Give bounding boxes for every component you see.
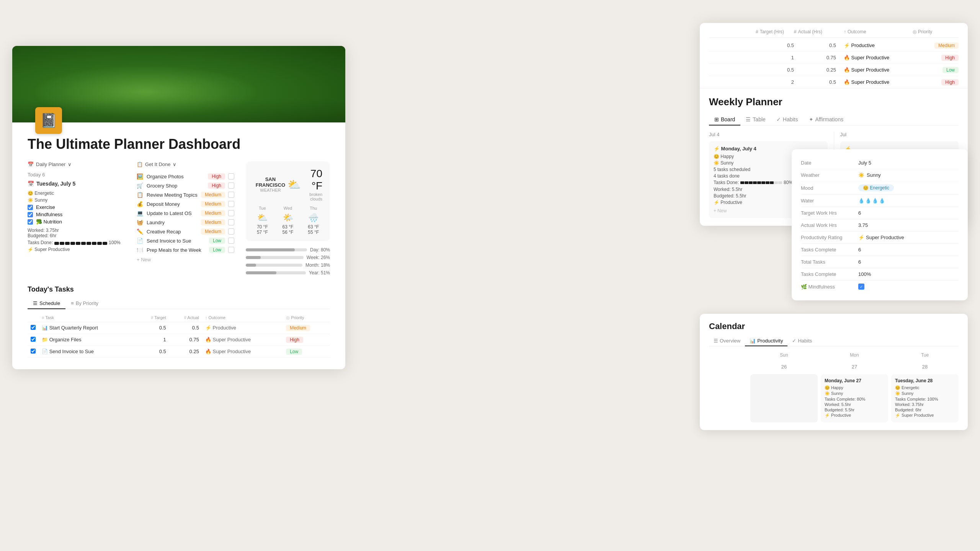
tab-table[interactable]: ☰ Table — [740, 114, 771, 126]
weather-row: ☀️ Sunny — [28, 197, 125, 203]
tab-by-priority[interactable]: ≡ By Priority — [65, 298, 104, 309]
nutrition-checkbox[interactable] — [28, 219, 33, 225]
detail-actual-work-label: Actual Work Hrs — [801, 222, 858, 228]
list-item[interactable]: 🍽️ Prep Meals for the Week Low — [137, 245, 234, 254]
add-new-task[interactable]: + New — [137, 257, 234, 262]
calendar-card: Calendar ☰ Overview 📊 Productivity ✓ Hab… — [700, 314, 968, 430]
progress-section: Day: 80% Week: 26% Month: 18% Year: — [246, 247, 330, 276]
table-row: 1 0.75 🔥 Super Productive High — [709, 52, 959, 64]
tab-habits-cal[interactable]: ✓ Habits — [787, 336, 817, 346]
row3-target: 0.5 — [136, 346, 169, 357]
task-checkbox-3[interactable] — [228, 192, 234, 198]
row1-check[interactable] — [31, 325, 36, 330]
detail-date-row: Date July 5 — [801, 157, 959, 169]
list-item[interactable]: 📋 Review Meeting Topics Medium — [137, 190, 234, 199]
row3-check[interactable] — [31, 349, 36, 354]
affirmations-icon: ✦ — [809, 116, 813, 122]
weather-day-thu: Thu 🌧️ 63 °F55 °F — [304, 206, 322, 235]
table-row: 📊 Start Quarterly Report 0.5 0.5 ⚡ Produ… — [28, 322, 330, 334]
calendar-icon: 📅 — [28, 161, 34, 167]
task-checkbox-7[interactable] — [228, 228, 234, 235]
daily-planner-header[interactable]: 📅 Daily Planner ∨ — [28, 161, 125, 167]
nutrition-habit[interactable]: 🥦 Nutrition — [28, 219, 125, 225]
tt-actual-3: 0.25 — [794, 67, 836, 73]
tab-overview[interactable]: ☰ Overview — [709, 336, 745, 346]
mindfulness-checked-icon[interactable]: ✓ — [858, 284, 864, 290]
col-actual: # Actual — [169, 314, 202, 322]
hash-th-icon: # — [756, 29, 758, 34]
cal-worked-27: Worked: 5.5hr — [825, 402, 884, 407]
budgeted-label: Budgeted: 6hr — [28, 233, 125, 238]
tab-board[interactable]: ⊞ Board — [709, 114, 740, 126]
task-checkbox-4[interactable] — [228, 201, 234, 207]
cal-header-sun: Sun — [750, 351, 818, 359]
nutrition-label: 🥦 Nutrition — [36, 219, 62, 225]
detail-mood-row: Mood 😊 Energetic — [801, 181, 959, 195]
row1-priority: Medium — [283, 322, 330, 334]
list-item[interactable]: 🖼️ Organize Photos High — [137, 172, 234, 181]
mindfulness-habit[interactable]: Mindfulness — [28, 212, 125, 217]
task-icon-r3: 📄 — [42, 349, 48, 354]
list-item[interactable]: ✏️ Creative Recap Medium — [137, 227, 234, 236]
cal-card-empty — [709, 374, 747, 422]
cal-weather-27: ☀️ Sunny — [825, 391, 884, 396]
exercise-habit[interactable]: Exercise — [28, 204, 125, 210]
tab-habits[interactable]: ✓ Habits — [771, 114, 804, 126]
detail-target-work-row: Target Work Hrs 6 — [801, 207, 959, 219]
tab-productivity[interactable]: 📊 Productivity — [745, 336, 787, 346]
table-row: 2 0.5 🔥 Super Productive High — [709, 76, 959, 88]
task-checkbox-1[interactable] — [228, 173, 234, 179]
priority-col-icon: ◎ — [286, 315, 290, 320]
detail-panel: Date July 5 Weather ☀️ ☀️ Sunny Sunny Mo… — [792, 149, 968, 300]
tab-affirmations[interactable]: ✦ Affirmations — [804, 114, 849, 126]
detail-mindfulness-label: 🌿 Mindfulness — [801, 284, 858, 290]
weather-days: Tue ⛅ 70 °F57 °F Wed 🌤️ 63 °F56 °F Thu — [253, 206, 322, 235]
mindfulness-checkbox[interactable] — [28, 212, 33, 217]
row3-outcome: 🔥 Super Productive — [202, 346, 283, 357]
task-name-7: Creative Recap — [147, 229, 198, 235]
cal-header-tue: Tue — [891, 351, 959, 359]
priority-badge-2: High — [208, 183, 225, 189]
cal-date-27: 27 — [821, 362, 888, 371]
task-name-6: Laundry — [147, 220, 198, 225]
hash-icon: ≡ — [42, 315, 44, 320]
col-header-jul5: Jul — [840, 132, 959, 137]
weather-day-wed: Wed 🌤️ 63 °F56 °F — [279, 206, 297, 235]
task-checkbox-8[interactable] — [228, 238, 234, 244]
weather-label: WEATHER — [253, 188, 287, 192]
priority-badge-7: Medium — [201, 228, 225, 235]
detail-mindfulness-value: ✓ — [858, 284, 959, 290]
task-icon-4: 💰 — [137, 201, 144, 207]
row1-actual: 0.5 — [169, 322, 202, 334]
list-item[interactable]: 🛒 Grocery Shop High — [137, 181, 234, 190]
list-item[interactable]: 💰 Deposit Money Medium — [137, 199, 234, 209]
priority-badge-9: Low — [209, 247, 225, 253]
task-checkbox-9[interactable] — [228, 247, 234, 253]
cal-productivity-28: ⚡ Super Productive — [895, 413, 955, 418]
list-item[interactable]: 🧺 Laundry Medium — [137, 218, 234, 227]
weekly-title: Weekly Planner — [709, 96, 959, 108]
row2-check[interactable] — [31, 337, 36, 342]
thu-icon: 🌧️ — [304, 213, 322, 223]
tab-schedule[interactable]: ☰ Schedule — [28, 298, 65, 309]
tt-target-1: 0.5 — [756, 42, 794, 48]
cal-weather-28: ☀️ Sunny — [895, 391, 955, 396]
weather-icon: ⛅ — [287, 178, 301, 191]
get-it-done-header[interactable]: 📋 Get It Done ∨ — [137, 161, 234, 167]
task-list: 🖼️ Organize Photos High 🛒 Grocery Shop H… — [137, 172, 234, 254]
cal-day-28: Tuesday, June 28 😊 Energetic ☀️ Sunny Ta… — [891, 374, 959, 422]
list-item[interactable]: 💻 Update to Latest OS Medium — [137, 209, 234, 218]
city-label: SAN FRANCISCO — [253, 176, 287, 188]
task-checkbox-5[interactable] — [228, 210, 234, 216]
exercise-label: Exercise — [36, 204, 55, 210]
row2-priority: High — [283, 334, 330, 346]
task-checkbox-6[interactable] — [228, 219, 234, 225]
table-row: 0.5 0.25 🔥 Super Productive Low — [709, 64, 959, 76]
energetic-badge: 😊 Energetic — [858, 184, 894, 191]
list-item[interactable]: 📄 Send Invoice to Sue Low — [137, 236, 234, 245]
tt-target-3: 0.5 — [756, 67, 794, 73]
task-icon-8: 📄 — [137, 238, 144, 244]
tt-outcome-3: 🔥 Super Productive — [836, 67, 913, 73]
exercise-checkbox[interactable] — [28, 205, 33, 210]
task-checkbox-2[interactable] — [228, 183, 234, 189]
